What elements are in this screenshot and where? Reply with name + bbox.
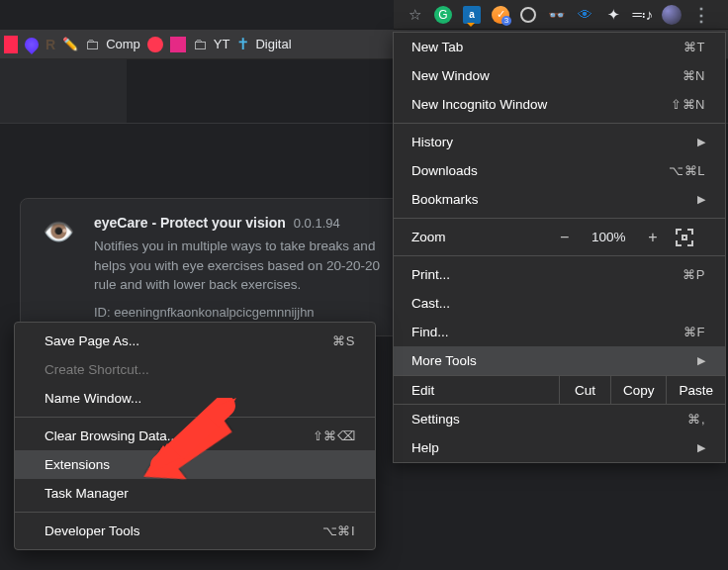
submenu-extensions[interactable]: Extensions — [15, 450, 375, 479]
menu-help[interactable]: Help▶ — [394, 433, 725, 462]
menu-find[interactable]: Find...⌘F — [394, 318, 725, 346]
chrome-menu-button[interactable]: ⋮ — [692, 6, 710, 24]
eyecare-icon[interactable]: 👁 — [576, 6, 593, 24]
edit-label: Edit — [394, 383, 559, 398]
extension-id: ID: eeeningnfkaonkonalpcicgemnnijjhn — [94, 305, 400, 320]
fullscreen-button[interactable] — [676, 229, 693, 246]
extension-card-icon: 👁️ — [39, 215, 78, 254]
music-icon[interactable]: ≕♪ — [633, 6, 651, 24]
menu-new-window[interactable]: New Window⌘N — [394, 61, 725, 90]
chrome-main-menu: New Tab⌘T New Window⌘N New Incognito Win… — [393, 32, 726, 463]
menu-history[interactable]: History▶ — [394, 128, 725, 156]
menu-settings[interactable]: Settings⌘, — [394, 405, 725, 433]
extension-card: 👁️ eyeCare - Protect your vision 0.0.1.9… — [20, 198, 418, 336]
bookmark-drop[interactable] — [25, 38, 39, 51]
menu-incognito[interactable]: New Incognito Window⇧⌘N — [394, 90, 725, 119]
extension-description: Notifies you in multiple ways to take br… — [94, 237, 400, 295]
profile-avatar[interactable] — [662, 5, 682, 25]
bookmark-r[interactable]: R — [46, 37, 55, 52]
cut-button[interactable]: Cut — [559, 376, 610, 404]
r-bookmark-icon: R — [46, 37, 55, 52]
menu-edit-row: Edit Cut Copy Paste — [394, 375, 725, 405]
bookmark-star-icon[interactable]: ☆ — [406, 6, 423, 24]
glasses-extension-icon[interactable]: 👓 — [547, 6, 565, 24]
cross-bookmark-icon: ✝ — [236, 35, 249, 53]
folder-label: YT — [214, 37, 230, 51]
bookmark-excl[interactable]: ✏️ — [62, 37, 78, 51]
submenu-create-shortcut: Create Shortcut... — [15, 355, 375, 384]
bookmark-red[interactable] — [147, 37, 163, 52]
menu-downloads[interactable]: Downloads⌥⌘L — [394, 156, 725, 185]
extensions-puzzle-icon[interactable]: ✦ — [604, 6, 622, 24]
folder-icon: 🗀 — [193, 36, 208, 52]
menu-new-tab[interactable]: New Tab⌘T — [394, 33, 725, 61]
bookmark-folder-yt[interactable]: 🗀YT — [193, 36, 230, 52]
zoom-percent: 100% — [587, 230, 630, 244]
submenu-developer-tools[interactable]: Developer Tools⌥⌘I — [15, 517, 375, 545]
zoom-label: Zoom — [411, 230, 560, 244]
submenu-save-page-as[interactable]: Save Page As...⌘S — [15, 327, 375, 355]
bookmark-todoist[interactable] — [4, 36, 18, 53]
drop-bookmark-icon — [22, 35, 42, 54]
todoist-bookmark-icon — [4, 36, 18, 53]
extensions-toolbar: ☆ G a ✓3 👓 👁 ✦ ≕♪ ⋮ — [394, 0, 728, 30]
submenu-task-manager[interactable]: Task Manager — [15, 479, 375, 508]
menu-cast[interactable]: Cast... — [394, 289, 725, 318]
bookmark-digital[interactable]: ✝Digital — [236, 35, 291, 53]
folder-icon: 🗀 — [85, 36, 100, 52]
todoist-icon[interactable]: ✓3 — [492, 6, 509, 24]
red-bookmark-icon — [147, 37, 163, 52]
menu-bookmarks[interactable]: Bookmarks▶ — [394, 185, 725, 214]
submenu-arrow-icon: ▶ — [697, 193, 705, 206]
submenu-arrow-icon: ▶ — [697, 441, 705, 454]
submenu-arrow-icon: ▶ — [697, 136, 705, 148]
bookmark-label: Digital — [255, 37, 291, 51]
submenu-arrow-icon: ▶ — [697, 354, 705, 367]
pink-bookmark-icon — [170, 37, 186, 52]
submenu-name-window[interactable]: Name Window... — [15, 384, 375, 413]
grammarly-icon[interactable]: G — [434, 6, 452, 24]
pencil-bookmark-icon: ✏️ — [62, 37, 78, 51]
amazon-assistant-icon[interactable]: a — [463, 6, 481, 24]
more-tools-submenu: Save Page As...⌘S Create Shortcut... Nam… — [14, 322, 376, 550]
folder-label: Comp — [106, 37, 140, 51]
bookmark-pink[interactable] — [170, 37, 186, 52]
menu-zoom-row: Zoom − 100% + — [394, 223, 725, 251]
submenu-clear-browsing-data[interactable]: Clear Browsing Data...⇧⌘⌫ — [15, 422, 375, 450]
zoom-out-button[interactable]: − — [560, 229, 569, 246]
workflowy-icon[interactable] — [520, 7, 536, 23]
zoom-in-button[interactable]: + — [648, 229, 657, 246]
copy-button[interactable]: Copy — [610, 376, 667, 404]
extension-name: eyeCare - Protect your vision — [94, 215, 286, 231]
menu-more-tools[interactable]: More Tools▶ — [394, 346, 725, 375]
bookmark-folder-comp[interactable]: 🗀Comp — [85, 36, 140, 52]
extension-version: 0.0.1.94 — [294, 216, 340, 231]
menu-print[interactable]: Print...⌘P — [394, 260, 725, 289]
paste-button[interactable]: Paste — [666, 376, 725, 404]
